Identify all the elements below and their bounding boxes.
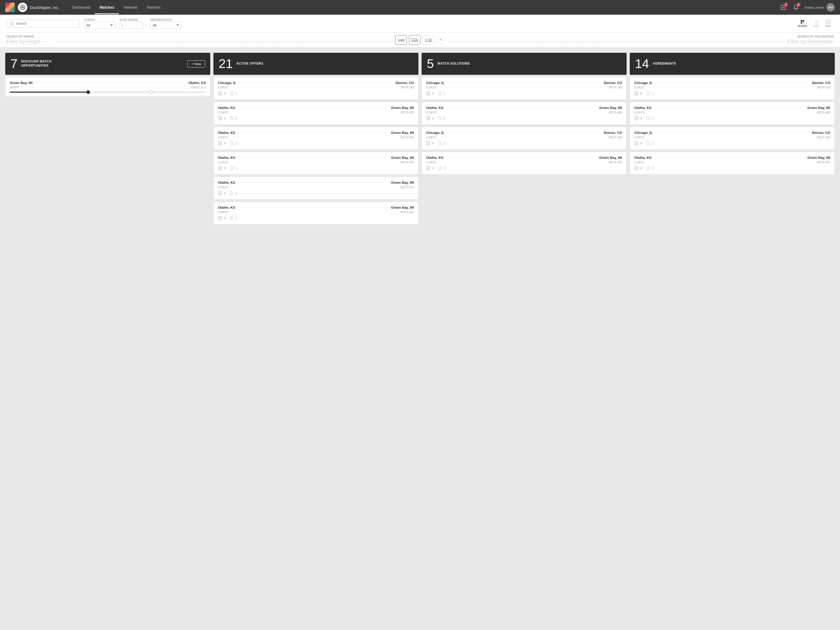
list-item[interactable]: Green Bay, WI Olathe, KS DRAFT OB675-572 [5, 77, 210, 96]
equip-open-button[interactable] [423, 35, 434, 45]
status-filter: STATUS All [84, 18, 115, 29]
svg-rect-5 [801, 22, 802, 24]
solutions-count: 5 [427, 57, 434, 70]
status-select[interactable]: All [84, 22, 115, 29]
dest-filter: SEARCH BY DESTINATION Filter by Destinat… [786, 35, 834, 45]
docs-icon [218, 116, 223, 121]
question-icon [437, 166, 442, 171]
company-name: DuoShipper, Inc. [30, 5, 59, 10]
docs-icon [218, 191, 223, 196]
origin-filter: SEARCH BY ORIGIN Filter by Origin [6, 35, 54, 45]
list-item[interactable]: Olathe, KS Green Bay, WI 8 DAYS IB275-66… [213, 177, 418, 199]
card-id: IB674-282 [401, 86, 414, 89]
discover-title: DISCOVER MATCHOPPORTUNITIES [21, 60, 51, 68]
solutions-title: MATCH SOLUTIONS [437, 62, 470, 66]
list-item[interactable]: Olathe, KS Green Bay, WI 8 DAYS IB275-66… [213, 102, 418, 125]
date-separator: - [145, 24, 146, 27]
list-item[interactable]: Olathe, KS Green Bay, WI 8 DAYS IB275-66… [422, 102, 627, 125]
board-view-button[interactable]: BOARD [795, 18, 810, 29]
card-dest: Green Bay, WI [391, 131, 414, 135]
card-origin: Olathe, KS [218, 131, 235, 135]
nav-network[interactable]: Network [119, 0, 142, 14]
tasks-button[interactable]: 5 [779, 3, 788, 11]
add-equipment-button[interactable]: + [436, 36, 445, 44]
slider-thumb-left[interactable] [86, 90, 90, 94]
card-dest: Olathe, KS [188, 81, 206, 85]
card-origin: Chicago, IL [218, 81, 236, 85]
card-id: OB675-572 [191, 86, 206, 89]
list-item[interactable]: Olathe, KS Green Bay, WI 8 DAYS IB275-66… [213, 202, 418, 224]
list-item[interactable]: Olathe, KS Green Bay, WI 8 DAYS IB275-66… [213, 127, 418, 150]
date-from-input[interactable] [120, 22, 143, 29]
board: 7 DISCOVER MATCHOPPORTUNITIES + New Gree… [0, 47, 840, 230]
nav-matches[interactable]: Matches [95, 0, 119, 14]
col-header-discover: 7 DISCOVER MATCHOPPORTUNITIES + New [5, 53, 210, 75]
col-header-active-offers: 21 ACTIVE OFFERS [213, 53, 418, 75]
equip-flatbed-button[interactable] [395, 35, 407, 45]
list-item[interactable]: Olathe, KS Green Bay, WI 8 DAYS IB275-66… [422, 152, 627, 175]
main-nav: Dashboard Matches Network Partners [68, 0, 779, 14]
user-menu[interactable]: Ariana Jones AJ [804, 3, 835, 11]
list-item[interactable]: Olathe, KS Green Bay, WI 8 DAYS IB275-66… [630, 102, 835, 125]
docs-icon [218, 91, 223, 96]
list-item[interactable]: Chicago, IL Denver, CO 6 DAYS IB674-282 … [213, 77, 418, 100]
svg-rect-17 [412, 39, 416, 41]
list-item[interactable]: Chicago, IL Denver, CO 6 DAYS IB674-282 … [630, 77, 835, 100]
nav-dashboard[interactable]: Dashboard [68, 0, 95, 14]
svg-rect-25 [430, 39, 431, 41]
discover-count: 7 [11, 57, 17, 70]
new-button[interactable]: + New [188, 60, 205, 68]
col-header-agreements: 14 AGREEMENTS [630, 53, 835, 75]
search-input[interactable] [16, 22, 76, 25]
origin-placeholder[interactable]: Filter by Origin [6, 39, 54, 45]
card-origin: Olathe, KS [218, 106, 235, 110]
question-icon [437, 116, 442, 121]
brand-icon [18, 3, 27, 12]
dest-placeholder[interactable]: Filter by Destination [787, 39, 834, 45]
list-view-button[interactable]: LIST [811, 18, 822, 29]
date-range-filter: DATE RANGE - [120, 18, 146, 29]
list-item[interactable]: Olathe, KS Green Bay, WI 8 DAYS IB275-66… [213, 152, 418, 175]
svg-point-23 [417, 41, 418, 42]
board-label: BOARD [798, 25, 807, 28]
card-docs-count: 4 [224, 92, 226, 95]
equip-container-button[interactable] [409, 35, 420, 45]
org-select[interactable]: All [150, 22, 182, 29]
route-dashed-right [449, 41, 782, 42]
list-label: LIST [813, 25, 819, 28]
card-id: IB275-661 [401, 111, 414, 114]
question-icon [646, 91, 651, 96]
origin-label: SEARCH BY ORIGIN [6, 35, 54, 38]
alerts-badge: 6 [796, 3, 801, 7]
svg-rect-3 [801, 20, 802, 22]
list-item[interactable]: Olathe, KS Green Bay, WI 8 DAYS IB275-66… [630, 152, 835, 175]
svg-point-26 [426, 41, 427, 42]
search-wrap [6, 20, 80, 28]
navbar: DuoShipper, Inc. Dashboard Matches Netwo… [0, 0, 840, 15]
svg-point-27 [428, 41, 429, 42]
user-name: Ariana Jones [804, 6, 824, 9]
docs-icon [218, 166, 223, 171]
list-item[interactable]: Chicago, IL Denver, CO 6 DAYS IB674-282 … [630, 127, 835, 150]
map-view-button[interactable]: MAP [823, 18, 834, 29]
question-icon [229, 216, 234, 221]
card-origin: Green Bay, WI [10, 81, 33, 85]
col-header-match-solutions: 5 MATCH SOLUTIONS [422, 53, 627, 75]
app-logo-icon [5, 3, 15, 12]
org-filter: ORGANIZATION All [150, 18, 182, 29]
card-days: 6 DAYS [218, 86, 228, 89]
nav-partners[interactable]: Partners [142, 0, 165, 14]
agreements-count: 14 [635, 57, 649, 70]
slider-thumb-right[interactable] [149, 90, 153, 94]
list-item[interactable]: Chicago, IL Denver, CO 6 DAYS IB674-282 … [422, 77, 627, 100]
docs-icon [218, 216, 223, 221]
docs-icon [426, 116, 431, 121]
date-range-label: DATE RANGE [120, 18, 146, 21]
docs-icon [634, 166, 639, 171]
card-questions-group: 1 [229, 91, 237, 96]
alerts-button[interactable]: 6 [792, 3, 800, 11]
card-questions-count: 1 [235, 117, 237, 120]
list-item[interactable]: Chicago, IL Denver, CO 6 DAYS IB674-282 … [422, 127, 627, 150]
docs-icon [426, 166, 431, 171]
status-label: STATUS [84, 18, 115, 21]
